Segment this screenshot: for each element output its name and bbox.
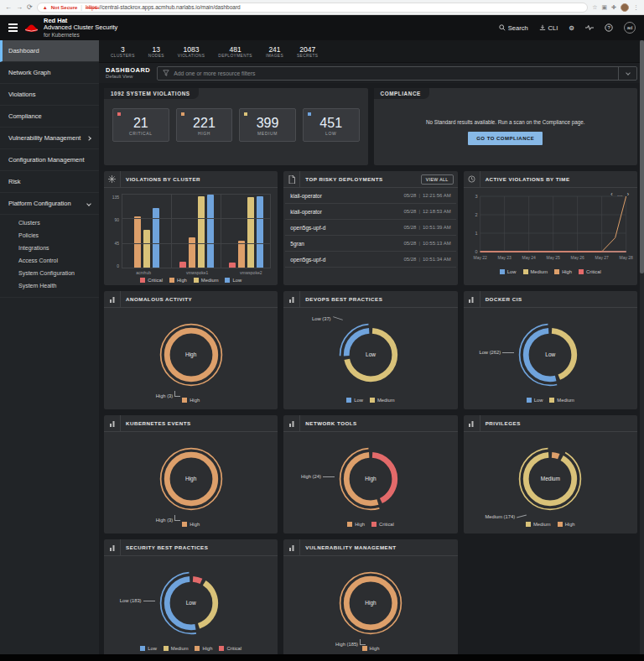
extension-icon[interactable]: ✚ [611,4,616,11]
activity-pulse-icon[interactable] [585,24,594,31]
donut-ring[interactable]: HighHigh (185) [334,566,408,640]
bar-group-vmwspoke1[interactable] [172,195,221,268]
deployment-row[interactable]: open5gs-upf-d05/28|10:51:39 AM [285,220,455,236]
callout-line [333,316,343,320]
compliance-panel: COMPLIANCE No Standard results available… [374,88,638,165]
bookmark-star-icon[interactable]: ☆ [592,4,597,11]
page-scrollbar[interactable] [640,40,644,654]
donut-ring[interactable]: HighHigh (3) [154,442,228,516]
browser-reload-icon[interactable]: ⟳ [27,3,33,11]
legend-item-high: High [554,269,572,274]
file-icon [283,171,300,187]
chart-icon [283,539,300,555]
sidebar-item-violations[interactable]: Violations [0,84,99,106]
address-bar[interactable]: ▲ Not Secure | https://central-stackrox.… [37,3,589,13]
legend-label: Low [148,646,157,651]
settings-gear-icon[interactable]: ⚙ [569,24,574,32]
sidebar-item-dashboard[interactable]: Dashboard [0,40,99,62]
go-to-compliance-button[interactable]: GO TO COMPLIANCE [468,132,543,145]
sidebar-item-policies[interactable]: Policies [0,229,99,242]
filter-dropdown-caret[interactable] [618,67,631,80]
timestamp-divider: | [418,257,420,262]
donut-ring[interactable]: HighHigh (24) [334,442,408,516]
stat-label: DEPLOYMENTS [218,54,252,58]
stat-images[interactable]: 241IMAGES [266,45,283,58]
stat-value: 1083 [178,45,205,54]
sidebar-item-network-graph[interactable]: Network Graph [0,62,99,84]
brand: Red Hat Advanced Cluster Security for Ku… [24,18,117,39]
severity-tile-critical[interactable]: 21CRITICAL [112,108,169,142]
donut-ring[interactable]: LowLow (37) [334,318,408,392]
legend-item-high: High [182,398,200,403]
donut-center-label: High [334,442,408,516]
donut-legend: LowMedium [464,395,637,404]
legend-swatch [579,269,584,274]
donut-ring[interactable]: LowLow (183) [154,566,228,640]
chart-icon [464,291,480,307]
y-tick-label: 90 [109,217,119,222]
chart-prev-icon[interactable]: ‹ [610,191,612,197]
deployment-timestamp: 05/28|12:18:53 AM [403,209,450,214]
url-scheme: https: [86,4,99,10]
deployment-row[interactable]: 5gran05/28|10:55:13 AM [285,236,455,252]
browser-forward-icon[interactable]: → [16,3,23,11]
chart-next-icon[interactable]: › [627,191,629,197]
browser-back-icon[interactable]: ← [5,3,12,11]
bar-group-acmhub[interactable] [122,195,172,268]
timestamp-divider: | [418,225,420,230]
deployment-row[interactable]: kiali-operator05/28|12:18:53 AM [285,204,455,220]
donut-center-label: High [334,566,408,640]
deployment-timestamp: 05/28|10:55:13 AM [403,241,450,246]
donut-ring[interactable]: HighHigh (3) [154,318,228,392]
legend-item-high: High [362,646,380,651]
y-tick-label: 45 [109,241,119,246]
search-button[interactable]: Search [499,24,528,32]
extension-icon[interactable]: ▣ [602,4,608,11]
chart-range-handle[interactable]: … [617,191,623,197]
browser-profile-avatar[interactable] [621,3,629,12]
sidebar-item-platform-configuration[interactable]: Platform Configuration [0,193,99,215]
donut-callout: Low (37) [312,316,343,321]
donut-ring[interactable]: LowLow (262) [513,318,587,392]
line-chart: 0123May 22May 23May 24May 25May 26May 27… [467,190,634,267]
user-avatar[interactable]: ad [624,22,636,34]
sidebar-item-vulnerability-management[interactable]: Vulnerability Management [0,128,99,149]
severity-tile-high[interactable]: 221HIGH [176,108,233,142]
stat-deployments[interactable]: 481DEPLOYMENTS [218,45,252,58]
sidebar-item-compliance[interactable]: Compliance [0,106,99,128]
sidebar-item-access-control[interactable]: Access Control [0,254,99,267]
donut-ring[interactable]: MediumMedium (174) [513,442,587,516]
severity-count: 221 [177,116,232,131]
panel-header: PRIVILEGES [464,415,637,432]
devops-best-practices-panel: DEVOPS BEST PRACTICESLowLow (37)LowMediu… [283,291,457,409]
legend-label: High [202,646,212,651]
sidebar-item-system-health[interactable]: System Health [0,279,99,292]
deployment-row[interactable]: kiali-operator05/28|12:21:56 AM [285,188,455,204]
sidebar-item-system-configuration[interactable]: System Configuration [0,267,99,279]
resource-filter-input[interactable]: Add one or more resource filters [157,66,637,81]
browser-menu-icon[interactable]: ⋮ [633,4,639,11]
stat-violations[interactable]: 1083VIOLATIONS [178,45,205,58]
deployment-row[interactable]: open5gs-upf-d05/28|10:51:34 AM [285,252,455,268]
stat-secrets[interactable]: 2047SECRETS [297,45,318,58]
severity-dot [244,112,247,116]
donut-callout: High (24) [301,474,335,479]
severity-tile-medium[interactable]: 399MEDIUM [239,108,296,142]
sidebar-item-configuration-management[interactable]: Configuration Management [0,149,99,171]
bar-group-vmwspoke2[interactable] [221,195,271,268]
stat-clusters[interactable]: 3CLUSTERS [111,45,135,58]
legend-item-low: Low [225,278,242,283]
sidebar-item-risk[interactable]: Risk [0,171,99,193]
stat-nodes[interactable]: 13NODES [148,45,164,58]
sidebar-item-integrations[interactable]: Integrations [0,242,99,254]
vulnerability-management-panel: VULNERABILITY MANAGEMENTHighHigh (185)Hi… [283,539,457,658]
cli-download-button[interactable]: CLI [539,24,558,32]
severity-tile-low[interactable]: 451LOW [303,108,360,142]
help-icon[interactable]: ? [605,23,613,32]
legend-swatch [527,398,532,403]
svg-text:May 23: May 23 [497,255,512,260]
panel-header: SECURITY BEST PRACTICES [104,539,278,556]
hamburger-menu-icon[interactable] [8,23,18,32]
view-all-button[interactable]: VIEW ALL [421,174,454,185]
sidebar-item-clusters[interactable]: Clusters [0,216,99,229]
